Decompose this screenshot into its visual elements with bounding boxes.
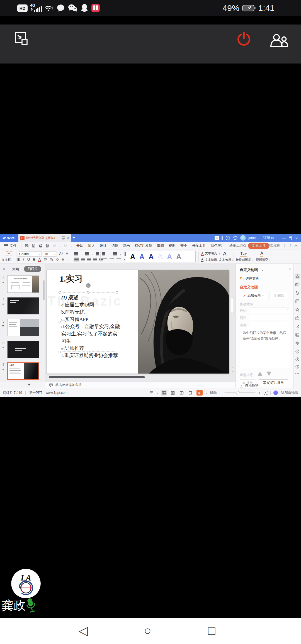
align-text-icon[interactable]: [113, 252, 117, 255]
view-reading-button[interactable]: [179, 390, 185, 396]
search-icon[interactable]: [243, 244, 247, 248]
export-pdf-icon[interactable]: [32, 244, 36, 248]
zoom-slider[interactable]: [224, 392, 256, 393]
nav-back-button[interactable]: ◁: [79, 618, 88, 644]
font-color-button[interactable]: A: [38, 257, 41, 262]
checkbox-checked-icon[interactable]: ✓: [240, 384, 243, 387]
slide-7-thumb[interactable]: 1.实习: [7, 362, 39, 380]
line-spacing-icon[interactable]: [116, 258, 121, 261]
tab-review[interactable]: 审阅: [157, 243, 164, 248]
animation-pane-icon-active[interactable]: [295, 274, 300, 279]
rail-drag-handle[interactable]: [296, 268, 299, 269]
collapse-panel-icon[interactable]: «: [3, 267, 5, 271]
document-tab[interactable]: P 就业经历分享（龚政4月16日） ×: [18, 234, 71, 242]
rail-more-icon[interactable]: •••: [295, 372, 300, 375]
italic-button[interactable]: I: [23, 257, 24, 262]
wordart-style-1[interactable]: A: [130, 253, 135, 261]
resize-handle-n[interactable]: [87, 291, 89, 294]
monitor-icon[interactable]: [62, 236, 65, 240]
tab-drawtools[interactable]: 绘图工具: [229, 243, 243, 248]
wordart-style-6[interactable]: A: [176, 253, 181, 261]
favorites-pane-icon[interactable]: [295, 308, 300, 312]
tab-animation[interactable]: 动画: [123, 243, 130, 248]
property-select[interactable]: [250, 315, 290, 320]
canvas-hscrollbar[interactable]: [45, 376, 236, 379]
nav-recents-button[interactable]: □: [208, 618, 215, 644]
rotate-handle[interactable]: ↻: [86, 283, 91, 288]
animation-panel-title[interactable]: 自定义动画: [240, 267, 258, 272]
slide-4-thumb[interactable]: [7, 297, 39, 314]
template-source[interactable]: 第一PPT，www.1ppt.com: [29, 391, 67, 395]
resize-handle-s[interactable]: [87, 351, 89, 353]
material-pane-icon[interactable]: [295, 316, 300, 321]
wps-logo[interactable]: WPS: [0, 234, 18, 242]
print-preview-icon[interactable]: [46, 244, 50, 248]
docer-icon[interactable]: [225, 236, 230, 240]
text-direction-icon[interactable]: [103, 252, 106, 256]
line-spacing-down-icon[interactable]: [110, 258, 114, 261]
undo-chevron[interactable]: [59, 244, 61, 248]
view-notes-button[interactable]: [188, 390, 194, 396]
panel-close-icon[interactable]: ×: [288, 267, 291, 271]
properties-pane-icon[interactable]: [295, 291, 300, 296]
text-fill-button[interactable]: 文本填充: [205, 251, 217, 255]
text-effect-button[interactable]: 文本效果: [219, 258, 231, 261]
ai-layout-button[interactable]: AI-智能排版: [281, 391, 298, 395]
zoom-slider-thumb[interactable]: [236, 391, 239, 394]
nav-home-button[interactable]: ○: [144, 618, 151, 644]
avatar[interactable]: [240, 235, 246, 241]
tab-slides-active[interactable]: 幻灯片: [24, 266, 41, 272]
clear-format-button[interactable]: ◇: [56, 257, 59, 261]
tab-close-icon[interactable]: ×: [67, 236, 69, 240]
add-effect-button[interactable]: 添加效果: [240, 292, 267, 299]
tab-home[interactable]: 开始: [76, 243, 83, 248]
share-pane-icon[interactable]: [295, 324, 300, 329]
image-pane-icon[interactable]: [295, 333, 300, 337]
search-placeholder[interactable]: 查找命令、搜索模板: [250, 243, 280, 248]
wordart-style-4[interactable]: A: [158, 253, 163, 261]
layout-pane-icon[interactable]: [295, 299, 300, 304]
slide-3-thumb[interactable]: 校招就业经历概述: [7, 275, 39, 293]
selection-pane-button[interactable]: 选择窗格: [240, 276, 259, 281]
tab-devtools[interactable]: 开发工具: [192, 243, 206, 248]
user-name[interactable]: james: [248, 236, 257, 240]
slide-5-thumb[interactable]: [7, 319, 39, 336]
wordart-more-chevron[interactable]: [193, 255, 195, 259]
close-button[interactable]: ×: [294, 236, 299, 240]
delete-effect-button[interactable]: 删除: [269, 292, 288, 299]
subscript-button[interactable]: X₂: [50, 258, 53, 261]
slide-title[interactable]: 1.实习: [60, 273, 83, 285]
help-icon[interactable]: ?: [283, 244, 285, 248]
view-sorter-button[interactable]: [170, 390, 176, 396]
start-select[interactable]: [250, 308, 290, 313]
slide-6-thumb[interactable]: [7, 341, 39, 358]
tab-view[interactable]: 视图: [169, 243, 176, 248]
minimize-button[interactable]: —: [282, 236, 286, 240]
grow-font-button[interactable]: A⁺: [59, 252, 64, 256]
reorder-down-button[interactable]: [266, 372, 271, 376]
help-pane-icon[interactable]: [295, 364, 300, 369]
distribute-button[interactable]: [99, 258, 103, 261]
print-icon[interactable]: [39, 244, 43, 248]
numbered-list-icon[interactable]: [85, 252, 89, 255]
font-name-select[interactable]: Calibri: [18, 251, 42, 257]
next-slide-button[interactable]: ▾: [232, 370, 234, 373]
text-outline-button[interactable]: 文本轮廓: [205, 258, 217, 262]
slide-photo[interactable]: [138, 270, 229, 374]
decrease-indent-icon[interactable]: [96, 252, 99, 255]
reorder-up-button[interactable]: [258, 372, 263, 376]
save-icon[interactable]: [25, 244, 29, 248]
prev-slide-button[interactable]: ▴: [232, 366, 234, 369]
zoom-level[interactable]: 86%: [210, 391, 217, 395]
tab-count-badge[interactable]: 1: [215, 236, 219, 240]
shrink-font-button[interactable]: A⁻: [66, 252, 70, 256]
notes-bar[interactable]: 单击此处添加备注: [45, 382, 236, 388]
wordart-style-5[interactable]: A: [167, 253, 172, 261]
char-accent-button[interactable]: ā: [62, 257, 64, 261]
strikethrough-button[interactable]: S: [33, 257, 35, 262]
more-menu-icon[interactable]: ⋮: [289, 244, 292, 248]
dig-word-button[interactable]: 挖词填空: [256, 258, 268, 261]
superscript-button[interactable]: X²: [44, 258, 47, 261]
slideshow-button[interactable]: ▶: [196, 390, 203, 396]
current-slide[interactable]: The Bazic: [47, 270, 229, 374]
